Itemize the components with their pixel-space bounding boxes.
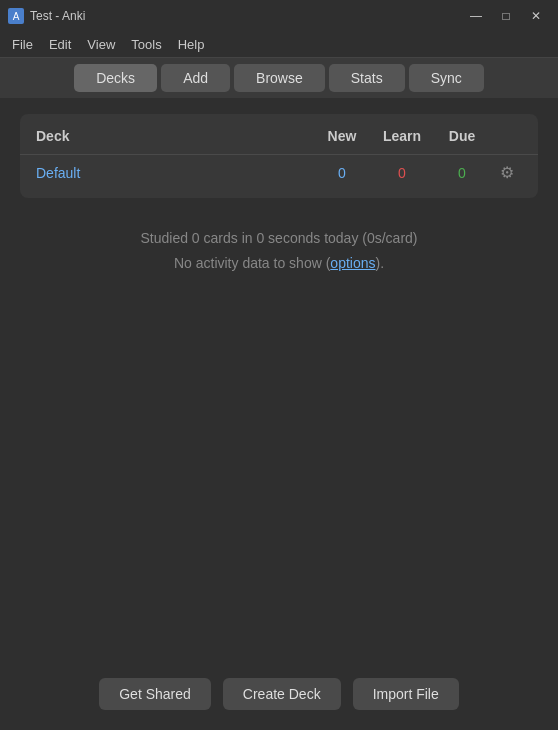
deck-due-count: 0 xyxy=(432,165,492,181)
activity-text: No activity data to show (options). xyxy=(20,251,538,276)
svg-text:A: A xyxy=(13,11,20,22)
studied-text: Studied 0 cards in 0 seconds today (0s/c… xyxy=(20,226,538,251)
title-bar-controls: — □ ✕ xyxy=(462,5,550,27)
title-bar-left: A Test - Anki xyxy=(8,8,85,24)
menu-help[interactable]: Help xyxy=(170,35,213,54)
table-row: Default 0 0 0 ⚙ xyxy=(20,155,538,190)
deck-name-default[interactable]: Default xyxy=(36,165,312,181)
get-shared-button[interactable]: Get Shared xyxy=(99,678,211,710)
app-icon: A xyxy=(8,8,24,24)
nav-browse[interactable]: Browse xyxy=(234,64,325,92)
close-button[interactable]: ✕ xyxy=(522,5,550,27)
activity-text-prefix: No activity data to show ( xyxy=(174,255,330,271)
title-bar: A Test - Anki — □ ✕ xyxy=(0,0,558,32)
minimize-button[interactable]: — xyxy=(462,5,490,27)
options-link[interactable]: options xyxy=(330,255,375,271)
import-file-button[interactable]: Import File xyxy=(353,678,459,710)
deck-new-count: 0 xyxy=(312,165,372,181)
menu-edit[interactable]: Edit xyxy=(41,35,79,54)
nav-add[interactable]: Add xyxy=(161,64,230,92)
menu-bar: File Edit View Tools Help xyxy=(0,32,558,58)
col-deck: Deck xyxy=(36,128,312,144)
col-due: Due xyxy=(432,128,492,144)
stats-section: Studied 0 cards in 0 seconds today (0s/c… xyxy=(20,226,538,276)
activity-text-suffix: ). xyxy=(376,255,385,271)
nav-decks[interactable]: Decks xyxy=(74,64,157,92)
window-title: Test - Anki xyxy=(30,9,85,23)
nav-bar: Decks Add Browse Stats Sync xyxy=(0,58,558,98)
deck-table-header: Deck New Learn Due xyxy=(20,122,538,155)
main-content: Deck New Learn Due Default 0 0 0 ⚙ Studi… xyxy=(0,98,558,292)
create-deck-button[interactable]: Create Deck xyxy=(223,678,341,710)
menu-tools[interactable]: Tools xyxy=(123,35,169,54)
deck-options-gear[interactable]: ⚙ xyxy=(492,163,522,182)
bottom-bar: Get Shared Create Deck Import File xyxy=(0,662,558,730)
maximize-button[interactable]: □ xyxy=(492,5,520,27)
nav-stats[interactable]: Stats xyxy=(329,64,405,92)
menu-file[interactable]: File xyxy=(4,35,41,54)
menu-view[interactable]: View xyxy=(79,35,123,54)
col-new: New xyxy=(312,128,372,144)
col-learn: Learn xyxy=(372,128,432,144)
deck-learn-count: 0 xyxy=(372,165,432,181)
nav-sync[interactable]: Sync xyxy=(409,64,484,92)
deck-table: Deck New Learn Due Default 0 0 0 ⚙ xyxy=(20,114,538,198)
